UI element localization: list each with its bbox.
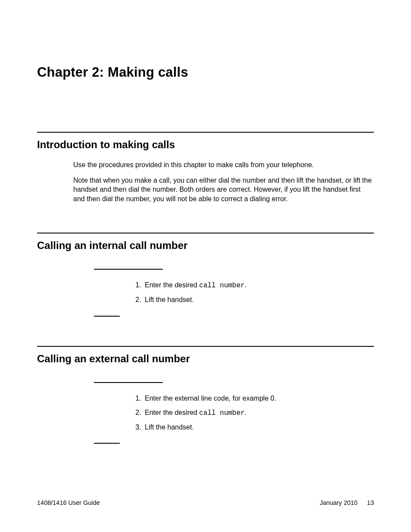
footer-date: January 2010 [320, 499, 358, 506]
intro-paragraph-2: Note that when you make a call, you can … [37, 176, 374, 204]
divider-top [94, 269, 163, 270]
inline-code: call number [199, 282, 245, 289]
steps-list-internal: Enter the desired call number. Lift the … [94, 281, 374, 305]
step-text-suffix: . [245, 281, 246, 289]
footer-page-number: 13 [363, 499, 374, 506]
external-step-2: Enter the desired call number. [143, 408, 374, 418]
divider-bottom [94, 443, 120, 444]
page-footer: 1408/1416 User Guide January 2010 13 [37, 499, 374, 506]
document-page: Chapter 2: Making calls Introduction to … [0, 0, 411, 532]
steps-block-external: Enter the external line code, for exampl… [94, 382, 374, 444]
intro-paragraph-1: Use the procedures provided in this chap… [37, 160, 374, 170]
chapter-title: Chapter 2: Making calls [37, 0, 374, 132]
section-internal: Calling an internal call number Enter th… [37, 233, 374, 317]
inline-code: call number [199, 409, 245, 417]
section-title-external: Calling an external call number [37, 353, 374, 365]
section-title-intro: Introduction to making calls [37, 139, 374, 151]
step-text: Enter the desired [145, 409, 199, 416]
divider-bottom [94, 316, 120, 317]
internal-step-2: Lift the handset. [143, 296, 374, 305]
section-external: Calling an external call number Enter th… [37, 346, 374, 444]
section-intro: Introduction to making calls Use the pro… [37, 132, 374, 203]
external-step-1: Enter the external line code, for exampl… [143, 394, 374, 403]
footer-guide-name: 1408/1416 User Guide [37, 499, 100, 506]
internal-step-1: Enter the desired call number. [143, 281, 374, 290]
step-text: Enter the desired [145, 281, 199, 289]
steps-list-external: Enter the external line code, for exampl… [94, 394, 374, 432]
steps-block-internal: Enter the desired call number. Lift the … [94, 269, 374, 317]
divider-top [94, 382, 163, 383]
section-title-internal: Calling an internal call number [37, 240, 374, 252]
step-text-suffix: . [245, 409, 246, 416]
external-step-3: Lift the handset. [143, 423, 374, 432]
